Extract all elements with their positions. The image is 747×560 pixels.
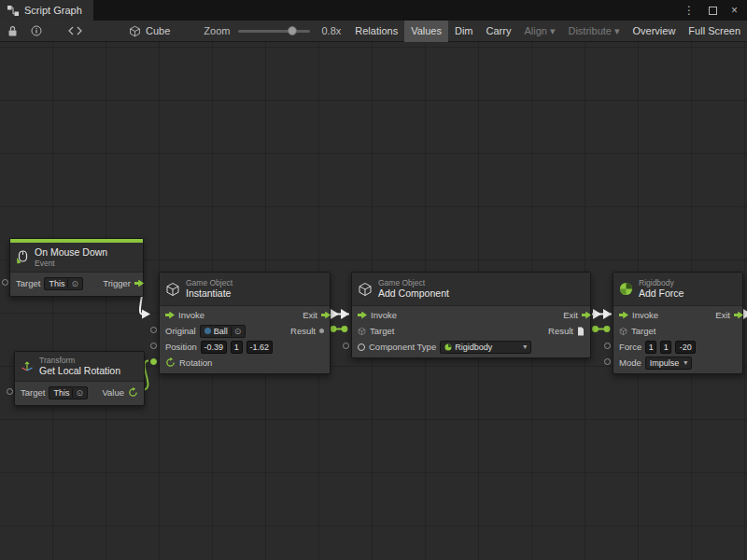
mode-value: Impulse (650, 358, 680, 368)
position-z-field[interactable]: -1.62 (247, 341, 273, 354)
code-icon[interactable] (68, 26, 82, 35)
lock-icon[interactable] (7, 25, 18, 36)
original-input-port[interactable] (150, 327, 157, 333)
target-row: Target This ⊙ Trigger (10, 273, 143, 293)
mouse-icon (16, 250, 29, 264)
game-object-mini-icon (358, 327, 366, 336)
graph-toolbar: Cube Zoom 0.8x Relations Values Dim Carr… (0, 21, 747, 42)
component-type-dropdown[interactable]: Rigidbody ▾ (440, 341, 531, 354)
mode-row: Mode Impulse ▾ (613, 355, 742, 371)
zoom-value: 0.8x (321, 25, 341, 36)
position-x-field[interactable]: -0.39 (201, 341, 227, 354)
mode-label: Mode (619, 357, 641, 368)
node-add-component[interactable]: Game Object Add Component Invoke Exit Ta… (351, 272, 591, 358)
node-category: Rigidbody (639, 278, 684, 287)
node-subtitle: Event (35, 259, 107, 268)
info-icon[interactable] (31, 25, 42, 36)
trigger-label: Trigger (103, 278, 131, 288)
rigidbody-icon (619, 282, 633, 296)
target-label: Target (631, 326, 655, 336)
exit-arrow-icon[interactable] (582, 312, 591, 319)
force-x-field[interactable]: 1 (645, 341, 656, 354)
game-object-icon (358, 282, 373, 297)
node-title: Instantiate (186, 287, 233, 300)
distribute-dropdown-button[interactable]: Distribute ▾ (561, 21, 626, 42)
result-label: Result (290, 326, 316, 336)
rotation-row: Rotation (160, 355, 330, 371)
menu-icon[interactable]: ⋮ (684, 4, 695, 17)
invoke-label: Invoke (371, 310, 397, 320)
relations-button[interactable]: Relations (348, 21, 404, 42)
document-icon[interactable] (577, 327, 585, 336)
position-y-field[interactable]: 1 (231, 341, 243, 354)
object-picker-icon[interactable]: ⊙ (72, 388, 83, 398)
graph-canvas[interactable]: On Mouse Down Event Target This ⊙ Trigge… (0, 42, 747, 560)
target-object-field[interactable]: This ⊙ (44, 277, 83, 290)
close-icon[interactable]: × (731, 4, 738, 17)
node-add-force[interactable]: Rigidbody Add Force Invoke Exit Target (613, 272, 743, 374)
original-label: Original (165, 326, 196, 336)
type-circle-icon (358, 343, 365, 351)
node-instantiate[interactable]: Game Object Instantiate Invoke Exit Orig… (159, 272, 331, 374)
component-type-value: Rigidbody (455, 343, 492, 352)
carry-button[interactable]: Carry (480, 21, 518, 42)
force-z-field[interactable]: -20 (675, 341, 696, 354)
dim-button[interactable]: Dim (448, 21, 480, 42)
force-label: Force (619, 342, 641, 352)
object-picker-icon[interactable]: ⊙ (231, 327, 242, 336)
values-button[interactable]: Values (404, 21, 448, 42)
component-type-row: Component Type Rigidbody ▾ (352, 339, 590, 355)
window-controls: ⋮ × (684, 4, 747, 17)
component-type-input-port[interactable] (343, 343, 349, 349)
zoom-slider-thumb[interactable] (288, 26, 297, 35)
original-value: Ball (214, 327, 228, 336)
position-label: Position (165, 342, 197, 352)
exit-arrow-icon[interactable] (734, 312, 743, 319)
window-title: Script Graph (24, 5, 82, 16)
maximize-icon[interactable] (709, 7, 717, 15)
node-title: Add Force (639, 287, 684, 300)
rotation-input-port[interactable] (150, 358, 157, 365)
node-on-mouse-down[interactable]: On Mouse Down Event Target This ⊙ Trigge… (9, 238, 144, 297)
target-value: This (49, 279, 64, 288)
position-row: Position -0.39 1 -1.62 (160, 339, 330, 355)
cube-icon (129, 25, 141, 37)
dropdown-arrow-icon: ▾ (523, 343, 527, 351)
target-row: Target This ⊙ Value (15, 383, 144, 402)
mode-input-port[interactable] (604, 358, 611, 365)
original-object-field[interactable]: Ball ⊙ (200, 325, 247, 338)
game-object-icon (165, 282, 180, 297)
target-object-field[interactable]: This ⊙ (49, 386, 88, 399)
invoke-arrow-icon[interactable] (619, 312, 628, 319)
target-input-port[interactable] (7, 388, 13, 395)
script-graph-window: Script Graph ⋮ × Cube Zoom 0.8x Relation… (0, 0, 747, 560)
zoom-slider[interactable] (238, 30, 310, 33)
tab-script-graph[interactable]: Script Graph (0, 0, 93, 21)
invoke-arrow-icon[interactable] (165, 312, 175, 319)
full-screen-button[interactable]: Full Screen (682, 21, 747, 42)
node-get-local-rotation[interactable]: Transform Get Local Rotation Target This… (14, 351, 145, 406)
component-type-label: Component Type (369, 342, 436, 352)
trigger-output-arrow-icon[interactable] (134, 280, 144, 287)
node-category: Transform (39, 356, 120, 365)
node-title: Add Component (378, 287, 449, 300)
force-y-field[interactable]: 1 (660, 341, 671, 354)
target-label: Target (16, 278, 40, 288)
mode-dropdown[interactable]: Impulse ▾ (645, 357, 693, 370)
overview-button[interactable]: Overview (627, 21, 683, 42)
invoke-exit-row: Invoke Exit (613, 307, 742, 323)
exit-label: Exit (563, 310, 578, 320)
result-output-dot-icon[interactable] (319, 329, 324, 333)
position-input-port[interactable] (150, 343, 157, 349)
align-dropdown-button[interactable]: Align ▾ (517, 21, 561, 42)
invoke-arrow-icon[interactable] (358, 312, 367, 319)
invoke-label: Invoke (632, 310, 658, 320)
prefab-icon (204, 328, 211, 334)
force-input-port[interactable] (604, 343, 611, 349)
target-result-row: Target Result (352, 323, 590, 339)
rotation-type-icon[interactable] (128, 387, 138, 398)
object-picker-icon[interactable]: ⊙ (67, 279, 78, 288)
exit-arrow-icon[interactable] (321, 312, 331, 319)
graph-object-name: Cube (146, 25, 170, 36)
target-input-port[interactable] (2, 279, 8, 286)
